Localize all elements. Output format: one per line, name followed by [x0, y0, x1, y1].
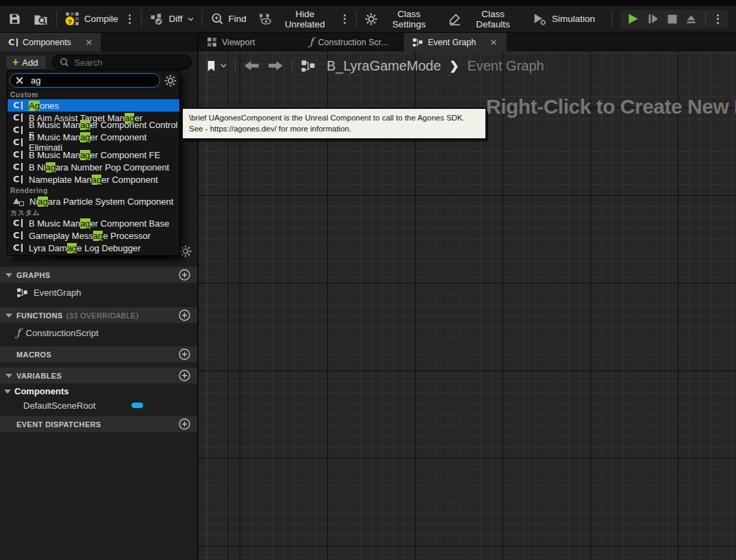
variable-default-scene-root[interactable]: DefaultSceneRoot — [0, 398, 197, 412]
result-label: B Music Manager Component Base — [29, 218, 169, 229]
blueprint-editor-window: ? Compile Diff Find Hide Unrelated Class… — [0, 0, 736, 560]
search-options-gear-icon[interactable] — [164, 75, 177, 87]
search-icon — [60, 58, 69, 67]
component-icon: C — [13, 113, 23, 123]
eject-button[interactable] — [686, 14, 696, 24]
add-event-dispatcher-button[interactable] — [179, 418, 190, 430]
hide-unrelated-label: Hide Unrelated — [277, 9, 333, 29]
hide-unrelated-icon — [259, 13, 272, 25]
simulation-label: Simulation — [552, 14, 595, 24]
plus-icon: + — [12, 57, 18, 68]
nav-back-button[interactable] — [244, 60, 259, 71]
section-variables[interactable]: VARIABLES — [0, 368, 197, 383]
result-label: Niagara Particle System Component — [29, 196, 173, 207]
toolbar-separator — [705, 13, 706, 25]
tab-viewport-label: Viewport — [222, 38, 255, 47]
browse-button[interactable] — [34, 13, 48, 25]
search-results-list: CustomCAgonesCB Aim Assist Target Manage… — [8, 90, 179, 255]
window-top-strip — [0, 0, 736, 5]
graph-breadcrumb-row: B_LyraGameMode ❯ Event Graph — [207, 55, 544, 76]
tab-construction-script[interactable]: ƒ Construction Scr... — [301, 33, 404, 51]
compile-status-icon: ? — [65, 12, 79, 26]
search-result-item[interactable]: CAgones — [8, 99, 179, 112]
frame-skip-icon — [648, 14, 659, 24]
tab-viewport[interactable]: Viewport — [199, 33, 301, 51]
search-result-item[interactable]: CB Music Manager Component FE — [8, 149, 179, 161]
component-search-query-input[interactable]: ag — [10, 73, 160, 88]
tab-event-graph-label: Event Graph — [428, 38, 476, 47]
niagara-icon — [13, 196, 23, 206]
close-icon[interactable] — [490, 39, 497, 46]
close-icon[interactable] — [86, 39, 92, 46]
arrow-right-icon — [268, 60, 283, 71]
add-component-button[interactable]: + Add — [5, 55, 47, 70]
hide-unrelated-options-button[interactable] — [342, 14, 348, 24]
search-result-item[interactable]: CB Niagara Number Pop Component — [8, 161, 179, 173]
tab-components[interactable]: C Components — [0, 33, 101, 51]
components-search-input[interactable]: Search — [52, 55, 192, 70]
save-button[interactable] — [8, 12, 21, 25]
tab-components-label: Components — [23, 38, 71, 47]
search-result-item[interactable]: Niagara Particle System Component — [8, 195, 179, 207]
compile-button[interactable]: ? Compile — [65, 12, 118, 26]
stop-button[interactable] — [668, 14, 677, 24]
plus-circle-icon — [179, 418, 190, 430]
add-label: Add — [22, 58, 38, 68]
component-icon: C — [13, 138, 23, 147]
breadcrumb-blueprint-name[interactable]: B_LyraGameMode — [327, 58, 441, 74]
collapse-arrow-icon — [5, 314, 12, 318]
breadcrumb-separator — [235, 60, 236, 72]
section-graphs[interactable]: GRAPHS — [0, 267, 197, 283]
kebab-icon — [715, 14, 721, 24]
find-label: Find — [229, 14, 246, 24]
search-result-item[interactable]: CLyra Damage Log Debugger — [8, 242, 179, 254]
play-options-button[interactable] — [715, 14, 721, 24]
result-label: B Niagara Number Pop Component — [29, 162, 169, 173]
components-category-label: Components — [14, 386, 68, 396]
save-icon — [8, 12, 21, 25]
search-result-item[interactable]: CB Music Manager Component Eliminati — [8, 136, 179, 149]
simulation-button[interactable]: Simulation — [533, 13, 595, 25]
add-macro-button[interactable] — [179, 348, 190, 360]
frame-skip-button[interactable] — [648, 14, 659, 24]
class-defaults-label: Class Defaults — [466, 9, 520, 29]
diff-button[interactable]: Diff — [150, 13, 194, 25]
variable-type-pill[interactable] — [131, 403, 143, 408]
result-section-label: カスタム — [8, 207, 179, 217]
find-icon — [211, 12, 224, 25]
add-graph-button[interactable] — [179, 269, 190, 281]
add-function-button[interactable] — [179, 309, 190, 321]
add-variable-button[interactable] — [179, 370, 190, 381]
eject-icon — [686, 14, 696, 24]
event-graph-item[interactable]: EventGraph — [0, 283, 197, 302]
section-event-dispatchers[interactable]: EVENT DISPATCHERS — [0, 416, 197, 432]
variables-category-components[interactable]: Components — [0, 384, 197, 398]
graph-tabstrip: Viewport ƒ Construction Scr... Event Gra… — [199, 33, 736, 51]
section-functions[interactable]: FUNCTIONS (33 OVERRIDABLE) — [0, 307, 197, 323]
my-blueprint-settings-gear-icon[interactable] — [179, 245, 192, 257]
search-result-item[interactable]: CGameplay Message Processor — [8, 229, 179, 242]
toolbar-separator — [356, 11, 357, 27]
construction-script-item[interactable]: ƒ ConstructionScript — [0, 324, 197, 342]
diff-icon — [150, 13, 164, 25]
plus-circle-icon — [179, 370, 190, 381]
search-result-item[interactable]: CB Music Manager Component Base — [8, 217, 179, 229]
section-macros[interactable]: MACROS — [0, 346, 197, 362]
tooltip-line-1: \brief UAgonesComponent is the Unreal Co… — [189, 112, 479, 123]
tab-event-graph[interactable]: Event Graph — [404, 33, 507, 51]
my-blueprint-panel: GRAPHS EventGraph FUNCTIONS (33 OVERRIDA… — [0, 267, 197, 433]
search-input-row: ag — [8, 71, 179, 90]
hide-unrelated-button[interactable]: Hide Unrelated — [259, 9, 333, 29]
clear-search-icon[interactable] — [15, 76, 24, 85]
class-settings-button[interactable]: Class Settings — [365, 9, 436, 29]
stop-icon — [668, 14, 677, 24]
graph-icon — [301, 60, 316, 73]
bookmarks-button[interactable] — [207, 60, 227, 72]
play-button[interactable] — [627, 13, 639, 25]
find-button[interactable]: Find — [211, 12, 246, 25]
result-label: Gameplay Message Processor — [29, 231, 151, 241]
search-result-item[interactable]: CNameplate Manager Component — [8, 173, 179, 186]
compile-options-button[interactable] — [127, 14, 133, 24]
class-defaults-button[interactable]: Class Defaults — [448, 9, 520, 29]
nav-forward-button[interactable] — [268, 60, 283, 71]
